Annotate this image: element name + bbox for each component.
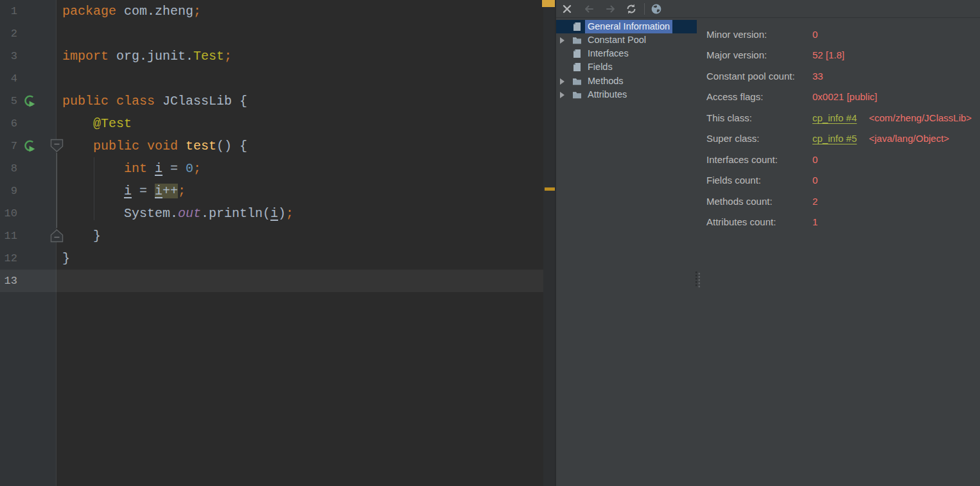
detail-row-major-version: Major version:52 [1.8] [706, 48, 980, 62]
code-token: ; [193, 161, 201, 176]
tree-item-label: Methods [585, 74, 626, 88]
code-line-6[interactable]: @Test [62, 112, 132, 135]
stripe-mark-top[interactable] [542, 0, 555, 7]
code-token: = [162, 161, 186, 176]
detail-label: Minor version: [706, 28, 767, 41]
close-icon[interactable] [561, 3, 573, 15]
code-line-10[interactable]: System.out.println(i); [62, 202, 293, 225]
document-icon [572, 49, 582, 58]
detail-label: Fields count: [706, 173, 761, 187]
code-token: org.junit. [109, 49, 193, 64]
detail-value: 0x0021 [public] [812, 90, 877, 103]
code-token: @Test [93, 116, 132, 131]
code-editor[interactable]: 12345678910111213 package com.zheng;impo… [0, 0, 555, 486]
constant-pool-link[interactable]: cp_info #5 [812, 132, 857, 145]
tree-item-interfaces[interactable]: Interfaces [556, 47, 697, 60]
code-token [62, 116, 93, 131]
tree-item-label: Attributes [585, 88, 629, 101]
code-line-12[interactable]: } [62, 247, 70, 270]
code-token: i [155, 161, 162, 176]
code-token [62, 184, 124, 198]
code-line-1[interactable]: package com.zheng; [62, 0, 201, 22]
code-line-5[interactable]: public class JClassLib { [62, 90, 247, 112]
line-number-8: 8 [0, 157, 17, 180]
code-token: .println( [201, 206, 270, 221]
expand-arrow-icon[interactable] [560, 92, 564, 98]
detail-value: 1 [812, 215, 818, 229]
folder-icon [572, 90, 582, 100]
code-line-9[interactable]: i = i++; [62, 180, 186, 202]
expand-arrow-icon[interactable] [560, 37, 564, 44]
refresh-icon[interactable] [626, 3, 637, 15]
code-line-8[interactable]: int i = 0; [62, 157, 201, 180]
line-number-12: 12 [0, 247, 17, 270]
detail-label: Constant pool count: [706, 69, 795, 83]
folder-icon [572, 76, 582, 86]
code-token: public void [93, 139, 186, 153]
line-number-7: 7 [0, 135, 17, 157]
detail-value: 2 [812, 195, 818, 208]
expand-arrow-icon[interactable] [560, 78, 564, 85]
fold-start-icon[interactable] [50, 139, 64, 153]
tree-item-label: Interfaces [585, 47, 631, 60]
line-number-6: 6 [0, 112, 17, 135]
detail-row-fields-count: Fields count:0 [706, 173, 980, 187]
line-number-4: 4 [0, 67, 17, 90]
detail-label: Methods count: [706, 195, 773, 208]
code-token: ; [178, 184, 186, 198]
splitter-handle[interactable] [695, 270, 701, 288]
detail-value: <java/lang/Object> [869, 132, 949, 145]
line-number-9: 9 [0, 180, 17, 202]
code-line-11[interactable]: } [62, 225, 101, 247]
detail-row-interfaces-count: Interfaces count:0 [706, 153, 980, 166]
code-token: import [62, 49, 109, 64]
editor-error-stripe[interactable] [543, 0, 555, 486]
detail-row-attributes-count: Attributes count:1 [706, 215, 980, 229]
code-token: test [186, 139, 216, 153]
line-number-3: 3 [0, 45, 17, 67]
code-token: () { [216, 139, 247, 153]
detail-label: Attributes count: [706, 215, 776, 229]
code-token: com.zheng [116, 4, 193, 19]
code-token: i [270, 206, 278, 221]
toolbar-separator [644, 3, 645, 15]
detail-label: This class: [706, 111, 752, 125]
class-structure-tree: General InformationConstant PoolInterfac… [556, 19, 697, 275]
document-icon [572, 62, 582, 72]
detail-value: 33 [812, 69, 823, 83]
code-token: public class [62, 94, 155, 108]
code-token: i [124, 184, 132, 198]
detail-value: 52 [1.8] [812, 48, 844, 62]
code-line-3[interactable]: import org.junit.Test; [62, 45, 232, 67]
tree-item-methods[interactable]: Methods [556, 74, 697, 88]
back-arrow-icon [583, 3, 595, 15]
detail-label: Interfaces count: [706, 153, 778, 166]
constant-pool-link[interactable]: cp_info #4 [812, 111, 857, 125]
detail-label: Access flags: [706, 90, 763, 103]
run-test-icon[interactable] [22, 94, 37, 108]
detail-row-minor-version: Minor version:0 [706, 28, 980, 41]
code-token: ; [193, 4, 201, 19]
line-number-10: 10 [0, 202, 17, 225]
general-information-detail-pane: Minor version:0Major version:52 [1.8]Con… [706, 0, 980, 486]
run-test-icon[interactable] [22, 139, 37, 153]
code-token: i [155, 184, 162, 198]
fold-range-line [57, 153, 57, 228]
code-token: } [62, 229, 101, 243]
detail-row-constant-pool-count: Constant pool count:33 [706, 69, 980, 83]
tree-item-fields[interactable]: Fields [556, 60, 697, 74]
fold-end-icon[interactable] [50, 229, 64, 243]
line-number-11: 11 [0, 225, 17, 247]
tree-item-general-information[interactable]: General Information [556, 20, 697, 33]
code-token: System. [124, 206, 178, 221]
detail-row-this-class: This class:cp_info #4<com/zheng/JClassLi… [706, 111, 980, 125]
web-icon[interactable] [651, 3, 662, 15]
code-token: package [62, 4, 116, 19]
tree-item-constant-pool[interactable]: Constant Pool [556, 33, 697, 47]
code-line-7[interactable]: public void test() { [62, 135, 247, 157]
line-number-5: 5 [0, 90, 17, 112]
tree-item-attributes[interactable]: Attributes [556, 88, 697, 101]
stripe-mark-line9[interactable] [545, 187, 555, 191]
code-token: out [178, 206, 201, 221]
detail-label: Major version: [706, 48, 767, 62]
